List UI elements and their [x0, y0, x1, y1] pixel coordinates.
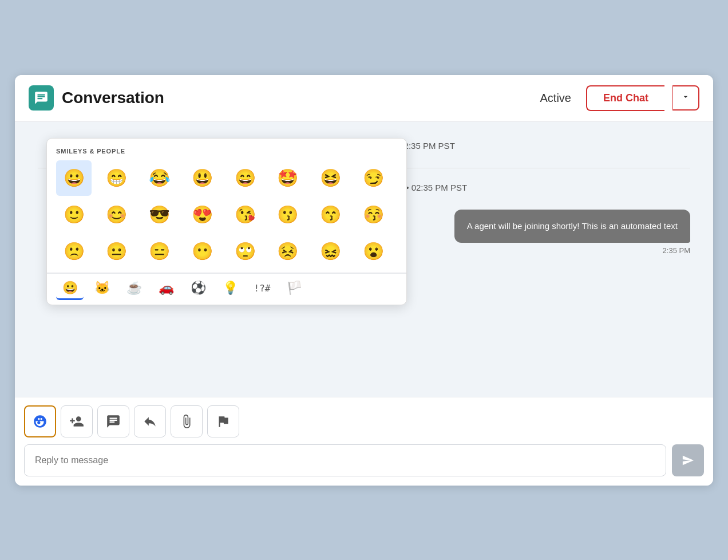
emoji-cell[interactable]: 😁 — [99, 160, 134, 196]
toolbar — [24, 405, 704, 437]
emoji-toolbar-button[interactable] — [24, 405, 56, 437]
emoji-tab-food[interactable]: ☕ — [120, 278, 148, 300]
conversation-panel: Conversation Active End Chat Session sta… — [15, 75, 713, 486]
conversation-icon — [34, 90, 49, 105]
header: Conversation Active End Chat — [15, 75, 713, 122]
emoji-cell[interactable]: 😀 — [56, 160, 92, 196]
emoji-cell[interactable]: 😐 — [99, 234, 134, 269]
status-badge: Active — [540, 92, 571, 105]
emoji-cell[interactable]: 😆 — [313, 160, 349, 196]
emoji-icon — [33, 414, 48, 429]
emoji-cell[interactable]: 🤩 — [270, 160, 306, 196]
message-bubble: A agent will be joining shortly! This is… — [454, 210, 690, 243]
bottom-section — [15, 397, 713, 486]
emoji-cell[interactable]: 🙄 — [227, 234, 263, 269]
reply-icon — [143, 414, 157, 429]
emoji-cell[interactable]: 😑 — [142, 234, 177, 269]
emoji-tab-travel[interactable]: 🚗 — [152, 278, 180, 300]
emoji-category-label: SMILEYS & PEOPLE — [56, 148, 397, 155]
message-time: 2:35 PM — [454, 246, 690, 255]
emoji-cell[interactable]: 😗 — [270, 197, 306, 232]
emoji-cell[interactable]: 😚 — [355, 197, 391, 232]
emoji-tab-symbols[interactable]: !?# — [248, 278, 276, 300]
emoji-cell[interactable]: 😮 — [355, 234, 391, 269]
input-row — [24, 444, 704, 486]
emoji-picker: SMILEYS & PEOPLE 😀 😁 😂 😃 😄 🤩 😆 😏 🙂 😊 😎 — [46, 138, 407, 305]
emoji-cell[interactable]: 😖 — [313, 234, 349, 269]
page-title: Conversation — [62, 89, 532, 107]
message-input[interactable] — [24, 444, 666, 476]
emoji-cell[interactable]: 😎 — [142, 197, 177, 232]
canned-response-button[interactable] — [97, 405, 129, 437]
attachment-button[interactable] — [171, 405, 203, 437]
emoji-cell[interactable]: 😶 — [184, 234, 220, 269]
emoji-tab-objects[interactable]: 💡 — [216, 278, 244, 300]
emoji-cell[interactable]: 🙁 — [56, 234, 92, 269]
send-button[interactable] — [672, 444, 704, 476]
emoji-tab-animals[interactable]: 🐱 — [88, 278, 116, 300]
emoji-cell[interactable]: 🙂 — [56, 197, 92, 232]
emoji-cell[interactable]: 😄 — [227, 160, 263, 196]
message-text: A agent will be joining shortly! This is… — [467, 221, 678, 231]
emoji-cell[interactable]: 😊 — [99, 197, 134, 232]
emoji-tab-smileys[interactable]: 😀 — [56, 278, 84, 300]
emoji-bottom-bar: 😀 🐱 ☕ 🚗 ⚽ 💡 !?# 🏳️ — [47, 273, 406, 305]
add-participant-button[interactable] — [61, 405, 93, 437]
flag-button[interactable] — [207, 405, 239, 437]
send-icon — [682, 454, 694, 467]
chat-area: Session started • 12/1/2023, 02:35 PM PS… — [15, 122, 713, 397]
chevron-down-icon — [681, 92, 690, 101]
conversation-icon-wrap — [29, 85, 54, 111]
emoji-tab-flags[interactable]: 🏳️ — [280, 278, 308, 300]
end-chat-button[interactable]: End Chat — [586, 85, 664, 111]
add-participant-icon — [69, 414, 84, 429]
attachment-icon — [179, 414, 194, 429]
emoji-tab-activities[interactable]: ⚽ — [184, 278, 212, 300]
canned-response-icon — [106, 414, 121, 429]
emoji-cell[interactable]: 😏 — [355, 160, 391, 196]
emoji-cell[interactable]: 😙 — [313, 197, 349, 232]
emoji-cell[interactable]: 😘 — [227, 197, 263, 232]
emoji-cell[interactable]: 😍 — [184, 197, 220, 232]
emoji-picker-body: SMILEYS & PEOPLE 😀 😁 😂 😃 😄 🤩 😆 😏 🙂 😊 😎 — [47, 139, 406, 269]
emoji-cell[interactable]: 😂 — [142, 160, 177, 196]
reply-button[interactable] — [134, 405, 166, 437]
emoji-cell[interactable]: 😣 — [270, 234, 306, 269]
end-chat-dropdown-button[interactable] — [672, 85, 699, 111]
emoji-cell[interactable]: 😃 — [184, 160, 220, 196]
flag-icon — [216, 414, 231, 429]
emoji-grid: 😀 😁 😂 😃 😄 🤩 😆 😏 🙂 😊 😎 😍 😘 😗 😙 — [56, 160, 397, 269]
